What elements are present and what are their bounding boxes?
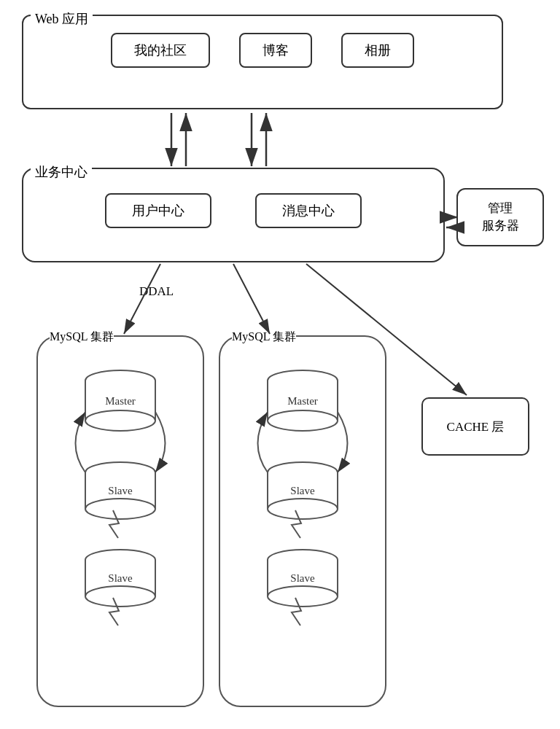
mysql-cluster-1-label: MySQL 集群 bbox=[50, 330, 114, 345]
user-center: 用户中心 bbox=[105, 193, 211, 228]
management-server: 管理服务器 bbox=[456, 188, 544, 246]
web-app-label: Web 应用 bbox=[31, 9, 93, 29]
business-center-label: 业务中心 bbox=[31, 162, 92, 182]
web-app-item-community: 我的社区 bbox=[111, 33, 210, 68]
message-center: 消息中心 bbox=[255, 193, 362, 228]
architecture-diagram: Web 应用 我的社区 博客 相册 业务中心 用户中心 消息中心 管理服务器 D… bbox=[0, 0, 560, 729]
cache-layer: CACHE 层 bbox=[421, 397, 529, 456]
ddal-label: DDAL bbox=[135, 283, 178, 300]
web-app-item-album: 相册 bbox=[341, 33, 414, 68]
management-server-label: 管理服务器 bbox=[482, 200, 519, 235]
web-app-item-blog: 博客 bbox=[239, 33, 312, 68]
cache-layer-label: CACHE 层 bbox=[447, 418, 505, 435]
svg-line-9 bbox=[233, 264, 270, 334]
business-center-items: 用户中心 消息中心 bbox=[22, 193, 445, 228]
mysql-cluster-2-label: MySQL 集群 bbox=[232, 330, 296, 345]
web-app-items: 我的社区 博客 相册 bbox=[22, 33, 503, 68]
mysql-cluster-1 bbox=[36, 335, 204, 707]
mysql-cluster-2 bbox=[219, 335, 386, 707]
